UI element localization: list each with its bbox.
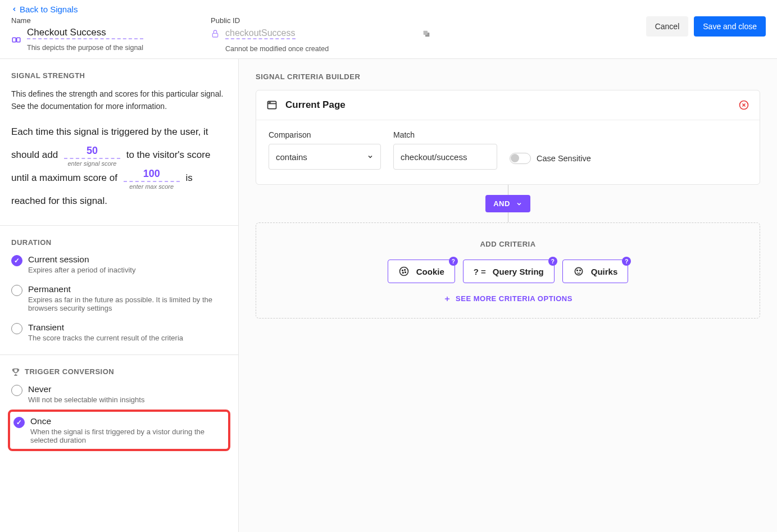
radio-unselected-icon bbox=[11, 323, 22, 334]
plus-icon bbox=[443, 295, 451, 303]
radio-label: Current session bbox=[28, 254, 135, 265]
trigger-once-highlight: Once When the signal is first triggered … bbox=[8, 410, 230, 451]
svg-rect-0 bbox=[12, 38, 16, 42]
duration-option-transient[interactable]: Transient The score tracks the current r… bbox=[11, 322, 227, 342]
help-icon[interactable]: ? bbox=[622, 257, 631, 266]
match-input[interactable] bbox=[393, 144, 497, 170]
signal-score-hint: enter signal score bbox=[68, 160, 117, 167]
radio-label: Once bbox=[30, 416, 225, 426]
duration-option-current-session[interactable]: Current session Expires after a period o… bbox=[11, 254, 227, 274]
content-area: SIGNAL CRITERIA BUILDER Current Page Com… bbox=[239, 59, 777, 532]
svg-point-8 bbox=[270, 102, 271, 103]
duration-option-permanent[interactable]: Permanent Expires as far in the future a… bbox=[11, 284, 227, 312]
remove-criteria-icon[interactable] bbox=[738, 99, 749, 111]
connector-line bbox=[508, 185, 508, 195]
comparison-label: Comparison bbox=[269, 130, 381, 139]
radio-label: Never bbox=[28, 384, 144, 394]
back-to-signals-link[interactable]: Back to Signals bbox=[11, 4, 78, 14]
query-string-icon: ? = bbox=[474, 267, 486, 276]
radio-sublabel: When the signal is first triggered by a … bbox=[30, 428, 225, 444]
svg-point-17 bbox=[575, 267, 582, 275]
max-score-hint: enter max score bbox=[129, 183, 174, 190]
trigger-conversion-title: TRIGGER CONVERSION bbox=[11, 367, 227, 376]
radio-selected-icon bbox=[13, 417, 25, 428]
svg-point-18 bbox=[576, 270, 578, 271]
publicid-value: checkoutSuccess bbox=[225, 28, 296, 39]
svg-point-13 bbox=[402, 270, 403, 271]
signal-strength-desc: This defines the strength and scores for… bbox=[11, 88, 227, 113]
radio-sublabel: The score tracks the current result of t… bbox=[28, 334, 183, 342]
svg-point-15 bbox=[402, 272, 403, 274]
copy-icon[interactable] bbox=[422, 29, 431, 38]
page-icon bbox=[266, 99, 278, 111]
criteria-card: Current Page Comparison contains Match bbox=[256, 90, 760, 185]
signal-strength-title: SIGNAL STRENGTH bbox=[11, 71, 227, 80]
see-more-criteria-link[interactable]: SEE MORE CRITERIA OPTIONS bbox=[443, 294, 572, 303]
duration-title: DURATION bbox=[11, 238, 227, 247]
svg-point-16 bbox=[405, 272, 406, 273]
comparison-select[interactable]: contains bbox=[269, 144, 381, 170]
chevron-down-icon bbox=[516, 201, 522, 207]
svg-rect-2 bbox=[212, 33, 217, 37]
add-query-string-button[interactable]: ? = Query String ? bbox=[463, 260, 555, 283]
case-sensitive-toggle[interactable] bbox=[510, 153, 531, 164]
name-helper-text: This depicts the purpose of the signal bbox=[27, 44, 143, 52]
quirks-icon bbox=[573, 266, 584, 277]
svg-rect-4 bbox=[424, 31, 428, 35]
signal-name-input[interactable]: Checkout Success bbox=[27, 27, 143, 39]
radio-label: Permanent bbox=[28, 284, 227, 294]
header: Back to Signals Name Checkout Success Th… bbox=[0, 0, 777, 59]
max-score-input[interactable] bbox=[124, 167, 180, 182]
signal-score-input[interactable] bbox=[64, 144, 120, 159]
lock-icon bbox=[211, 29, 220, 38]
add-criteria-panel: ADD CRITERIA Cookie ? ? = Query String ?… bbox=[256, 222, 760, 319]
signal-icon bbox=[11, 35, 21, 45]
criteria-builder-title: SIGNAL CRITERIA BUILDER bbox=[256, 72, 760, 81]
add-quirks-button[interactable]: Quirks ? bbox=[562, 260, 629, 283]
chevron-down-icon bbox=[367, 153, 374, 160]
save-and-close-button[interactable]: Save and close bbox=[694, 16, 766, 37]
svg-point-12 bbox=[399, 267, 408, 276]
radio-sublabel: Expires as far in the future as possible… bbox=[28, 295, 227, 312]
help-icon[interactable]: ? bbox=[548, 257, 557, 266]
name-label: Name bbox=[11, 16, 211, 25]
publicid-helper-text: Cannot be modified once created bbox=[225, 45, 435, 53]
svg-rect-1 bbox=[17, 38, 20, 42]
radio-unselected-icon bbox=[11, 385, 22, 396]
add-criteria-title: ADD CRITERIA bbox=[267, 240, 748, 248]
trophy-icon bbox=[11, 367, 20, 376]
add-cookie-button[interactable]: Cookie ? bbox=[388, 260, 455, 283]
svg-point-19 bbox=[579, 270, 580, 271]
cookie-icon bbox=[398, 266, 410, 277]
sidebar: SIGNAL STRENGTH This defines the strengt… bbox=[0, 59, 239, 532]
radio-selected-icon bbox=[11, 255, 22, 266]
trigger-option-once[interactable]: Once When the signal is first triggered … bbox=[13, 416, 225, 444]
svg-point-7 bbox=[269, 102, 270, 103]
svg-point-14 bbox=[405, 270, 406, 271]
publicid-label: Public ID bbox=[211, 16, 435, 25]
match-label: Match bbox=[393, 130, 497, 139]
radio-unselected-icon bbox=[11, 285, 22, 296]
signal-strength-body: Each time this signal is triggered by th… bbox=[11, 121, 227, 213]
criteria-card-title: Current Page bbox=[285, 99, 346, 111]
help-icon[interactable]: ? bbox=[449, 257, 458, 266]
radio-sublabel: Will not be selectable within insights bbox=[28, 395, 144, 404]
case-sensitive-label: Case Sensitive bbox=[537, 154, 591, 163]
trigger-option-never[interactable]: Never Will not be selectable within insi… bbox=[11, 384, 227, 404]
radio-sublabel: Expires after a period of inactivity bbox=[28, 266, 135, 274]
connector-line bbox=[508, 212, 508, 222]
radio-label: Transient bbox=[28, 322, 183, 333]
cancel-button[interactable]: Cancel bbox=[646, 16, 689, 37]
and-operator-button[interactable]: AND bbox=[485, 195, 530, 212]
